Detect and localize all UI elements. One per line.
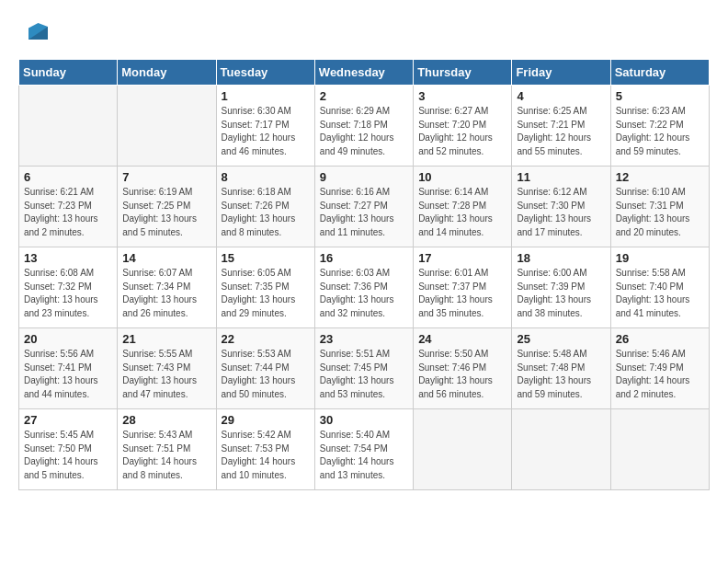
day-details: Sunrise: 6:03 AMSunset: 7:36 PMDaylight:…: [320, 267, 408, 320]
calendar-cell: 7Sunrise: 6:19 AMSunset: 7:25 PMDaylight…: [118, 167, 216, 247]
calendar-cell: 2Sunrise: 6:29 AMSunset: 7:18 PMDaylight…: [314, 86, 413, 167]
day-number: 18: [517, 251, 605, 265]
day-details: Sunrise: 5:43 AMSunset: 7:51 PMDaylight:…: [122, 429, 210, 482]
day-details: Sunrise: 5:40 AMSunset: 7:54 PMDaylight:…: [320, 429, 408, 482]
day-details: Sunrise: 5:53 AMSunset: 7:44 PMDaylight:…: [222, 348, 310, 401]
day-details: Sunrise: 6:23 AMSunset: 7:22 PMDaylight:…: [616, 105, 704, 158]
day-details: Sunrise: 5:58 AMSunset: 7:40 PMDaylight:…: [616, 267, 704, 320]
calendar-cell: 20Sunrise: 5:56 AMSunset: 7:41 PMDayligh…: [19, 328, 118, 409]
day-number: 15: [222, 251, 310, 265]
day-details: Sunrise: 6:14 AMSunset: 7:28 PMDaylight:…: [418, 186, 506, 239]
day-number: 14: [122, 251, 210, 265]
column-header-monday: Monday: [118, 60, 216, 86]
day-details: Sunrise: 5:45 AMSunset: 7:50 PMDaylight:…: [24, 429, 112, 482]
calendar-cell: 1Sunrise: 6:30 AMSunset: 7:17 PMDaylight…: [216, 86, 314, 167]
calendar-week-5: 27Sunrise: 5:45 AMSunset: 7:50 PMDayligh…: [19, 409, 710, 490]
calendar-week-3: 13Sunrise: 6:08 AMSunset: 7:32 PMDayligh…: [19, 247, 710, 328]
calendar-header: SundayMondayTuesdayWednesdayThursdayFrid…: [19, 60, 710, 86]
calendar-cell: 29Sunrise: 5:42 AMSunset: 7:53 PMDayligh…: [216, 409, 314, 490]
calendar-cell: 16Sunrise: 6:03 AMSunset: 7:36 PMDayligh…: [314, 247, 413, 328]
column-header-friday: Friday: [512, 60, 610, 86]
calendar-cell: 19Sunrise: 5:58 AMSunset: 7:40 PMDayligh…: [610, 247, 709, 328]
calendar-cell: 26Sunrise: 5:46 AMSunset: 7:49 PMDayligh…: [610, 328, 709, 409]
day-number: 27: [24, 413, 112, 427]
calendar-cell: 15Sunrise: 6:05 AMSunset: 7:35 PMDayligh…: [216, 247, 314, 328]
day-details: Sunrise: 6:30 AMSunset: 7:17 PMDaylight:…: [222, 105, 310, 158]
day-details: Sunrise: 6:01 AMSunset: 7:37 PMDaylight:…: [418, 267, 506, 320]
day-details: Sunrise: 5:42 AMSunset: 7:53 PMDaylight:…: [222, 429, 310, 482]
day-number: 28: [122, 413, 210, 427]
day-number: 6: [24, 170, 112, 184]
column-header-sunday: Sunday: [19, 60, 118, 86]
day-number: 10: [418, 170, 506, 184]
calendar-cell: 11Sunrise: 6:12 AMSunset: 7:30 PMDayligh…: [512, 167, 610, 247]
column-header-tuesday: Tuesday: [216, 60, 314, 86]
calendar-cell: [414, 409, 512, 490]
day-number: 9: [320, 170, 408, 184]
page-header: [18, 18, 710, 44]
calendar-cell: 8Sunrise: 6:18 AMSunset: 7:26 PMDaylight…: [216, 167, 314, 247]
day-number: 17: [418, 251, 506, 265]
day-number: 20: [24, 332, 112, 346]
day-details: Sunrise: 6:19 AMSunset: 7:25 PMDaylight:…: [122, 186, 210, 239]
calendar-cell: 17Sunrise: 6:01 AMSunset: 7:37 PMDayligh…: [414, 247, 512, 328]
column-header-wednesday: Wednesday: [314, 60, 413, 86]
calendar-cell: 22Sunrise: 5:53 AMSunset: 7:44 PMDayligh…: [216, 328, 314, 409]
calendar-cell: 12Sunrise: 6:10 AMSunset: 7:31 PMDayligh…: [610, 167, 709, 247]
calendar-cell: 14Sunrise: 6:07 AMSunset: 7:34 PMDayligh…: [118, 247, 216, 328]
day-number: 19: [616, 251, 704, 265]
day-details: Sunrise: 6:21 AMSunset: 7:23 PMDaylight:…: [24, 186, 112, 239]
logo-icon: [22, 18, 48, 44]
day-number: 11: [517, 170, 605, 184]
day-number: 23: [320, 332, 408, 346]
calendar-cell: 28Sunrise: 5:43 AMSunset: 7:51 PMDayligh…: [118, 409, 216, 490]
day-details: Sunrise: 5:48 AMSunset: 7:48 PMDaylight:…: [517, 348, 605, 401]
calendar-cell: 30Sunrise: 5:40 AMSunset: 7:54 PMDayligh…: [314, 409, 413, 490]
calendar-cell: 24Sunrise: 5:50 AMSunset: 7:46 PMDayligh…: [414, 328, 512, 409]
calendar-cell: 13Sunrise: 6:08 AMSunset: 7:32 PMDayligh…: [19, 247, 118, 328]
day-number: 25: [517, 332, 605, 346]
day-details: Sunrise: 6:12 AMSunset: 7:30 PMDaylight:…: [517, 186, 605, 239]
day-details: Sunrise: 5:51 AMSunset: 7:45 PMDaylight:…: [320, 348, 408, 401]
day-number: 29: [222, 413, 310, 427]
day-number: 12: [616, 170, 704, 184]
day-details: Sunrise: 6:08 AMSunset: 7:32 PMDaylight:…: [24, 267, 112, 320]
day-number: 21: [122, 332, 210, 346]
logo: [18, 18, 48, 44]
day-number: 3: [418, 89, 506, 103]
calendar-cell: [512, 409, 610, 490]
day-number: 4: [517, 89, 605, 103]
day-details: Sunrise: 5:56 AMSunset: 7:41 PMDaylight:…: [24, 348, 112, 401]
day-details: Sunrise: 6:25 AMSunset: 7:21 PMDaylight:…: [517, 105, 605, 158]
calendar-cell: 23Sunrise: 5:51 AMSunset: 7:45 PMDayligh…: [314, 328, 413, 409]
calendar-cell: 18Sunrise: 6:00 AMSunset: 7:39 PMDayligh…: [512, 247, 610, 328]
calendar-cell: 25Sunrise: 5:48 AMSunset: 7:48 PMDayligh…: [512, 328, 610, 409]
column-header-saturday: Saturday: [610, 60, 709, 86]
day-number: 26: [616, 332, 704, 346]
day-number: 16: [320, 251, 408, 265]
calendar-cell: [610, 409, 709, 490]
column-header-thursday: Thursday: [414, 60, 512, 86]
day-number: 13: [24, 251, 112, 265]
calendar-week-1: 1Sunrise: 6:30 AMSunset: 7:17 PMDaylight…: [19, 86, 710, 167]
calendar-cell: 21Sunrise: 5:55 AMSunset: 7:43 PMDayligh…: [118, 328, 216, 409]
day-number: 7: [122, 170, 210, 184]
calendar-cell: 9Sunrise: 6:16 AMSunset: 7:27 PMDaylight…: [314, 167, 413, 247]
calendar-cell: 27Sunrise: 5:45 AMSunset: 7:50 PMDayligh…: [19, 409, 118, 490]
day-number: 22: [222, 332, 310, 346]
day-number: 1: [222, 89, 310, 103]
day-number: 8: [222, 170, 310, 184]
day-details: Sunrise: 6:29 AMSunset: 7:18 PMDaylight:…: [320, 105, 408, 158]
calendar-week-2: 6Sunrise: 6:21 AMSunset: 7:23 PMDaylight…: [19, 167, 710, 247]
calendar-cell: 10Sunrise: 6:14 AMSunset: 7:28 PMDayligh…: [414, 167, 512, 247]
day-details: Sunrise: 6:18 AMSunset: 7:26 PMDaylight:…: [222, 186, 310, 239]
calendar-cell: [118, 86, 216, 167]
day-number: 2: [320, 89, 408, 103]
day-details: Sunrise: 5:46 AMSunset: 7:49 PMDaylight:…: [616, 348, 704, 401]
day-number: 5: [616, 89, 704, 103]
calendar-table: SundayMondayTuesdayWednesdayThursdayFrid…: [18, 59, 710, 490]
day-details: Sunrise: 6:10 AMSunset: 7:31 PMDaylight:…: [616, 186, 704, 239]
day-details: Sunrise: 6:27 AMSunset: 7:20 PMDaylight:…: [418, 105, 506, 158]
day-details: Sunrise: 5:55 AMSunset: 7:43 PMDaylight:…: [122, 348, 210, 401]
calendar-cell: 3Sunrise: 6:27 AMSunset: 7:20 PMDaylight…: [414, 86, 512, 167]
